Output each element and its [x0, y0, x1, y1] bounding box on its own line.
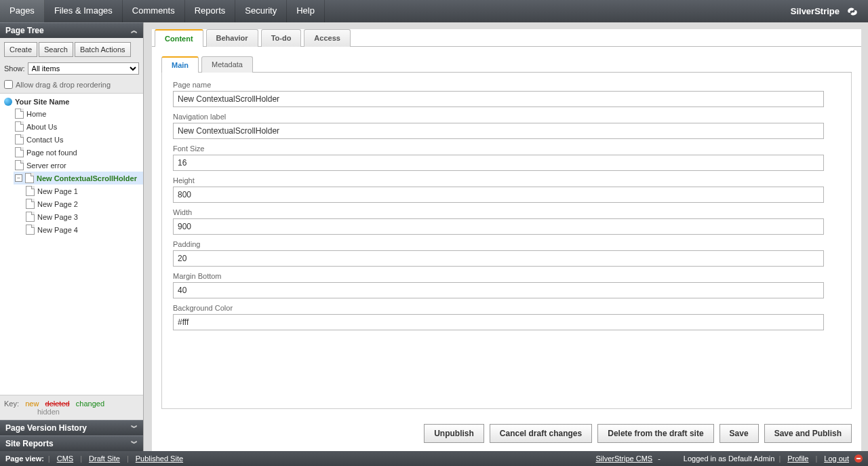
tree-node-child[interactable]: New Page 1 [24, 185, 143, 197]
tree-node-500[interactable]: Server error [14, 159, 143, 172]
input-bg-color[interactable] [173, 314, 824, 330]
logged-in-label: Logged in as Default Admin [684, 454, 775, 463]
tree-node-home[interactable]: Home [14, 107, 143, 120]
input-padding[interactable] [173, 250, 824, 267]
label-font-size: Font Size [173, 144, 840, 153]
link-profile[interactable]: Profile [787, 454, 808, 463]
save-publish-button[interactable]: Save and Publish [764, 424, 852, 443]
page-icon [25, 173, 34, 183]
menu-reports[interactable]: Reports [185, 0, 236, 22]
link-logout[interactable]: Log out [824, 454, 849, 463]
status-bar: Page view: | CMS | Draft Site | Publishe… [0, 451, 868, 466]
page-tree: Your Site Name Home About Us Contact Us … [0, 93, 143, 395]
page-icon [26, 225, 35, 235]
tree-node-child[interactable]: New Page 4 [24, 223, 143, 236]
label-bg-color: Background Color [173, 304, 840, 312]
input-font-size[interactable] [173, 155, 824, 171]
menu-security[interactable]: Security [235, 0, 287, 22]
show-select[interactable]: All items [28, 62, 139, 75]
tree-node-contact[interactable]: Contact Us [14, 133, 143, 146]
input-margin-bottom[interactable] [173, 282, 824, 298]
batch-actions-button[interactable]: Batch Actions [75, 42, 131, 57]
page-icon [15, 109, 24, 119]
tree-node-404[interactable]: Page not found [14, 146, 143, 159]
label-width: Width [173, 208, 840, 216]
input-height[interactable] [173, 187, 824, 203]
top-menu: Pages Files & Images Comments Reports Se… [0, 0, 868, 22]
save-button[interactable]: Save [719, 424, 759, 443]
cancel-draft-button[interactable]: Cancel draft changes [490, 424, 592, 443]
tree-node-child[interactable]: New Page 3 [24, 210, 143, 223]
label-margin-bottom: Margin Bottom [173, 272, 840, 280]
label-nav-label: Navigation label [173, 113, 840, 121]
label-padding: Padding [173, 240, 840, 248]
tree-key: Key: new deleted changed hidden [0, 395, 143, 420]
search-button[interactable]: Search [39, 42, 73, 57]
tree-node-child[interactable]: New Page 2 [24, 197, 143, 210]
collapse-icon: ︽ [131, 26, 138, 35]
tree-root[interactable]: Your Site Name [3, 96, 143, 107]
page-icon [15, 121, 24, 132]
panel-page-tree-title[interactable]: Page Tree ︽ [0, 22, 143, 38]
input-width[interactable] [173, 218, 824, 235]
tree-node-about[interactable]: About Us [14, 120, 143, 133]
tab-access[interactable]: Access [304, 29, 351, 47]
tab-behavior[interactable]: Behavior [206, 29, 258, 47]
link-cms[interactable]: CMS [57, 454, 73, 463]
allow-reorder-label: Allow drag & drop reordering [16, 81, 111, 89]
tree-toggle-icon[interactable]: − [15, 174, 22, 182]
brand-label: SilverStripe [783, 0, 868, 22]
tree-node-selected[interactable]: − New ContextualScrollHolder [14, 172, 143, 185]
input-nav-label[interactable] [173, 123, 824, 139]
sidebar: Page Tree ︽ Create Search Batch Actions … [0, 22, 144, 451]
delete-draft-button[interactable]: Delete from the draft site [597, 424, 713, 443]
page-icon [26, 186, 35, 196]
logout-icon [854, 454, 863, 463]
tab-content[interactable]: Content [155, 29, 203, 47]
expand-icon: ︾ [131, 423, 138, 433]
label-height: Height [173, 176, 840, 185]
inner-tabset: Main Metadata [161, 56, 852, 73]
menu-files-images[interactable]: Files & Images [45, 0, 123, 22]
page-icon [15, 134, 24, 144]
show-label: Show: [4, 64, 25, 73]
inner-tab-main[interactable]: Main [161, 56, 199, 73]
page-icon [26, 212, 35, 222]
main-tabset: Content Behavior To-do Access [152, 29, 861, 47]
label-page-name: Page name [173, 81, 840, 89]
create-button[interactable]: Create [4, 42, 37, 57]
page-icon [26, 199, 35, 209]
expand-icon: ︾ [131, 439, 138, 448]
menu-comments[interactable]: Comments [123, 0, 185, 22]
link-draft-site[interactable]: Draft Site [89, 454, 120, 463]
content-area: Content Behavior To-do Access Main Metad… [152, 29, 861, 451]
globe-icon [4, 98, 12, 106]
menu-help[interactable]: Help [287, 0, 325, 22]
edit-form: Page name Navigation label Font Size Hei… [161, 73, 852, 409]
action-bar: Unpublish Cancel draft changes Delete fr… [152, 419, 861, 451]
page-view-label: Page view: [5, 454, 44, 463]
menu-pages[interactable]: Pages [0, 0, 45, 22]
input-page-name[interactable] [173, 91, 824, 107]
silverstripe-logo-icon [845, 4, 860, 19]
dash: - [658, 454, 660, 463]
panel-version-history-title[interactable]: Page Version History ︾ [0, 420, 143, 435]
page-icon [15, 147, 24, 157]
tab-todo[interactable]: To-do [261, 29, 302, 47]
link-published-site[interactable]: Published Site [136, 454, 183, 463]
page-icon [15, 160, 24, 170]
link-product[interactable]: SilverStripe CMS [595, 454, 652, 463]
allow-reorder-checkbox[interactable] [4, 80, 13, 89]
panel-site-reports-title[interactable]: Site Reports ︾ [0, 435, 143, 451]
unpublish-button[interactable]: Unpublish [424, 424, 484, 443]
inner-tab-metadata[interactable]: Metadata [201, 56, 253, 73]
